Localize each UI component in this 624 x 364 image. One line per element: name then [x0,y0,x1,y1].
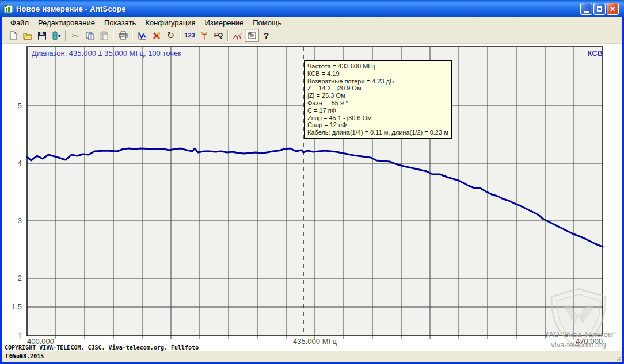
y-tick-label: 5 [2,101,24,110]
swr-chart-icon [138,31,147,40]
maximize-button[interactable] [593,3,606,15]
app-window: Новое измерение - AntScope ✕ ФайлРедакти… [0,0,624,364]
toolbar: ✂ [2,28,622,44]
data-list-icon [248,31,257,40]
sweep-range-label: Диапазон: 435.000 ± 35.000 МГц, 100 точе… [32,49,181,58]
help-button[interactable]: ? [259,29,273,42]
maximize-icon [597,6,602,12]
cut-scissors-icon: ✂ [72,32,79,40]
menu-item-2[interactable]: Показать [100,18,140,28]
printer-icon [119,31,128,40]
fq-icon: FQ [214,32,223,39]
toolbar-separator [132,30,133,41]
menu-item-4[interactable]: Измерение [200,18,249,28]
plot-mode-label: КСВ [545,49,603,58]
minimize-button[interactable] [580,3,592,15]
y-tick-label: 4 [2,159,24,168]
paste-button[interactable] [97,29,111,42]
rx-chart-button[interactable] [230,29,245,42]
antenna-icon [200,31,209,40]
swr-chart-button[interactable] [135,29,149,42]
paste-clipboard-icon [100,31,109,40]
refresh-icon: ↻ [167,31,174,40]
measurement-tooltip: Частота = 433.600 МГцКСВ = 4.19Возвратны… [304,60,452,139]
y-tick-label: 1 [2,331,24,340]
new-document-icon [9,31,18,40]
tooltip-line: Zпар = 45.1 - j30.6 Ом [307,114,448,122]
device-connect-button[interactable] [49,29,63,42]
delete-cross-icon [152,31,161,40]
points-count-button[interactable]: 123 [182,29,197,42]
tooltip-line: Возвратные потери = 4.23 дБ [307,78,448,85]
status-date-overlay: 05.08.2015 [9,353,44,359]
save-floppy-icon [37,31,47,40]
app-icon [3,3,14,14]
site-watermark: viva-telecom.org [527,340,624,349]
title-bar[interactable]: Новое измерение - AntScope ✕ [0,0,624,17]
copyright-watermark: COPYRIGHT VIVA-TELECOM, CJSC. Viva-telec… [5,344,199,351]
toolbar-separator [227,30,229,41]
toolbar-separator [113,30,114,41]
rx-curves-icon [233,31,242,40]
y-tick-label: 1.5 [2,302,24,312]
print-button[interactable] [116,29,130,42]
frequency-button[interactable]: FQ [211,29,226,42]
toolbar-separator [180,30,181,41]
x-tick-label: 435.000 МГц [280,337,349,346]
menu-item-1[interactable]: Редактирование [33,18,100,28]
tooltip-line: Частота = 433.600 МГц [307,63,448,70]
clear-markers-button[interactable] [149,29,163,42]
window-title: Новое измерение - AntScope [16,5,126,13]
analyzer-device-icon [52,31,61,40]
antenna-button[interactable] [197,29,211,42]
close-button[interactable]: ✕ [607,3,619,15]
refresh-button[interactable]: ↻ [163,29,178,42]
tooltip-line: Фаза = -55.9 ° [307,99,448,107]
resize-grip[interactable] [613,353,621,361]
minimize-icon [584,11,589,13]
y-tick-label: 2 [2,274,24,283]
tooltip-line: Спар = 12 пФ [307,121,448,129]
menu-item-3[interactable]: Конфигурация [140,18,200,28]
y-tick-label: 3 [2,216,24,225]
tooltip-line: Z = 14.2 - j20.9 Ом [307,85,448,92]
points-123-icon: 123 [184,32,195,39]
data-list-button[interactable] [245,29,259,42]
menu-bar: ФайлРедактированиеПоказатьКонфигурацияИз… [2,17,622,28]
toolbar-separator [65,30,66,41]
new-file-button[interactable] [6,29,20,42]
tooltip-line: Кабель: длина(1/4) = 0.11 м, длина(1/2) … [307,129,448,136]
help-icon: ? [264,31,269,40]
copy-button[interactable] [82,29,97,42]
tooltip-line: КСВ = 4.19 [307,70,448,78]
open-file-button[interactable] [20,29,35,42]
company-watermark: ЗАО "Вива-Телеком" [527,330,624,339]
tooltip-line: |Z| = 25.3 Ом [307,92,448,99]
save-button[interactable] [35,29,49,42]
status-bar: Готов 05.08.2015 [2,351,622,362]
tooltip-line: C = 17 пФ [307,107,448,114]
shield-initials: VT [571,312,586,324]
copy-icon [85,31,94,40]
menu-item-0[interactable]: Файл [6,18,33,28]
chart-area[interactable]: Диапазон: 435.000 ± 35.000 МГц, 100 точе… [2,44,622,351]
menu-item-5[interactable]: Помощь [248,18,286,28]
open-folder-icon [23,31,32,40]
close-icon: ✕ [610,6,615,13]
cut-button[interactable]: ✂ [68,29,82,42]
